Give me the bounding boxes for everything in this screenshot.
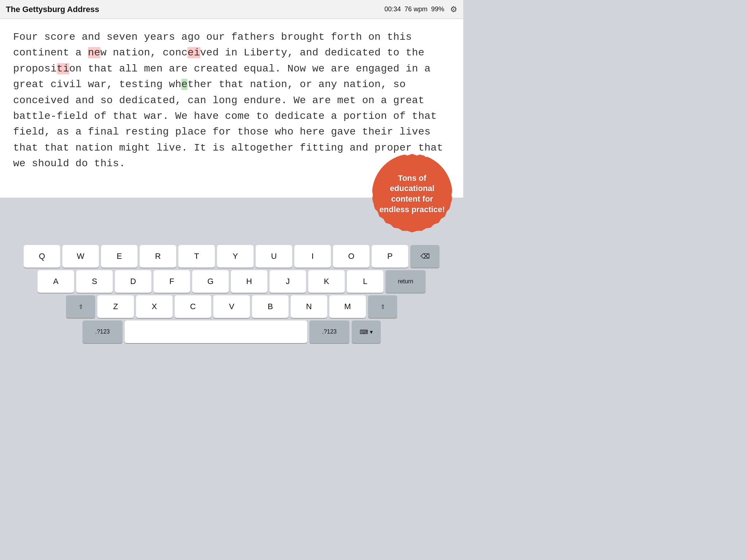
numbers-key-right[interactable]: .?123 xyxy=(309,320,349,343)
text-word-highlighted-red2: ei xyxy=(187,47,200,58)
key-k[interactable]: K xyxy=(308,270,345,293)
key-a[interactable]: A xyxy=(38,270,74,293)
key-o[interactable]: O xyxy=(333,245,369,268)
key-j[interactable]: J xyxy=(270,270,306,293)
timer-display: 00:34 xyxy=(384,5,401,13)
shift-key[interactable]: ⇧ xyxy=(66,295,95,318)
text-word-highlighted-red3: ti xyxy=(57,63,69,74)
key-f[interactable]: F xyxy=(154,270,190,293)
text-word-highlighted-red: ne xyxy=(88,47,100,58)
numbers-key-left[interactable]: .?123 xyxy=(82,320,123,343)
keyboard-row-3: ⇧ Z X C V B N M ⇧ xyxy=(1,295,462,318)
stats-bar: 00:34 76 wpm 99% ⚙ xyxy=(384,5,457,14)
return-key[interactable]: return xyxy=(386,270,426,293)
key-i[interactable]: I xyxy=(294,245,331,268)
key-u[interactable]: U xyxy=(256,245,292,268)
backspace-key[interactable]: ⌫ xyxy=(410,245,440,268)
key-m[interactable]: M xyxy=(329,295,366,318)
key-e[interactable]: E xyxy=(101,245,138,268)
text-word-highlighted-green: e xyxy=(181,79,187,90)
key-g[interactable]: G xyxy=(192,270,229,293)
shift-key-right[interactable]: ⇧ xyxy=(368,295,397,318)
settings-icon[interactable]: ⚙ xyxy=(450,5,457,14)
key-p[interactable]: P xyxy=(372,245,408,268)
key-s[interactable]: S xyxy=(76,270,113,293)
text-word: ther that nation, or any nation, so conc… xyxy=(13,79,443,169)
accuracy-display: 99% xyxy=(431,5,444,13)
key-c[interactable]: C xyxy=(175,295,211,318)
key-y[interactable]: Y xyxy=(217,245,253,268)
space-key[interactable] xyxy=(125,320,307,343)
key-x[interactable]: X xyxy=(136,295,173,318)
app-header: The Gettysburg Address 00:34 76 wpm 99% … xyxy=(0,0,463,19)
key-l[interactable]: L xyxy=(347,270,383,293)
key-b[interactable]: B xyxy=(252,295,289,318)
keyboard-hide-key[interactable]: ⌨ ▾ xyxy=(352,320,381,343)
keyboard-row-bottom: .?123 .?123 ⌨ ▾ xyxy=(1,320,462,343)
key-r[interactable]: R xyxy=(140,245,176,268)
key-v[interactable]: V xyxy=(213,295,250,318)
key-w[interactable]: W xyxy=(62,245,99,268)
key-d[interactable]: D xyxy=(115,270,151,293)
key-z[interactable]: Z xyxy=(97,295,134,318)
wpm-display: 76 wpm xyxy=(405,5,427,13)
page-title: The Gettysburg Address xyxy=(6,5,384,14)
key-h[interactable]: H xyxy=(231,270,267,293)
keyboard-row-2: A S D F G H J K L return xyxy=(1,270,462,293)
key-t[interactable]: T xyxy=(178,245,215,268)
promo-bubble: Tons of educational content for endless … xyxy=(372,154,452,234)
keyboard-row-1: Q W E R T Y U I O P ⌫ xyxy=(1,245,462,268)
key-q[interactable]: Q xyxy=(24,245,60,268)
text-word: w nation, conc xyxy=(100,47,187,58)
key-n[interactable]: N xyxy=(291,295,327,318)
keyboard: Q W E R T Y U I O P ⌫ A S D F G H J K L … xyxy=(0,242,463,347)
promo-text: Tons of educational content for endless … xyxy=(379,173,445,215)
